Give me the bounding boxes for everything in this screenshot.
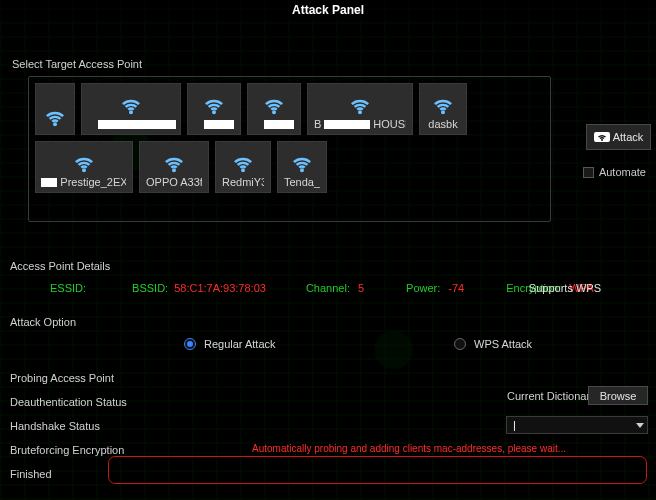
automate-label: Automate <box>599 166 646 178</box>
access-point-item[interactable]: A <box>81 83 181 135</box>
access-point-item[interactable]: A <box>187 83 241 135</box>
regular-attack-radio[interactable]: Regular Attack <box>184 338 276 350</box>
handshake-label: Handshake Status <box>10 420 127 432</box>
dropdown-value: | <box>513 419 516 431</box>
brute-label: Bruteforcing Encryption <box>10 444 127 456</box>
attack-button-label: Attack <box>613 131 644 143</box>
access-point-item[interactable] <box>35 83 75 135</box>
access-point-label: Tenda_ <box>284 176 320 188</box>
radio-icon <box>454 338 466 350</box>
page-title: Attack Panel <box>0 0 656 20</box>
access-point-item[interactable]: B HOUSE <box>307 83 413 135</box>
access-point-item[interactable]: dasbk <box>419 83 467 135</box>
probing-label: Probing Access Point <box>10 372 127 384</box>
access-point-item[interactable]: A <box>247 83 301 135</box>
access-point-item[interactable]: OPPO A33f <box>139 141 209 193</box>
wps-attack-label: WPS Attack <box>474 338 532 350</box>
probe-status-message: Automatically probing and adding clients… <box>252 443 566 454</box>
probe-output-box <box>108 456 647 484</box>
svg-point-9 <box>300 168 304 172</box>
checkbox-icon <box>583 167 594 178</box>
access-point-item[interactable]: RedmiY3 <box>215 141 271 193</box>
apd-row: ESSID: BSSID:58:C1:7A:93:78:03 Channel:5… <box>50 282 594 294</box>
svg-point-4 <box>358 110 362 114</box>
apd-title: Access Point Details <box>10 260 110 272</box>
svg-point-2 <box>212 110 216 114</box>
browse-button[interactable]: Browse <box>588 386 648 405</box>
access-point-label: OPPO A33f <box>146 176 202 188</box>
access-point-list: AAAB HOUSEdasbk Prestige_2EXOPPO A33fRed… <box>28 76 551 222</box>
deauth-label: Deauthentication Status <box>10 396 127 408</box>
svg-point-1 <box>129 110 133 114</box>
dictionary-dropdown[interactable]: | <box>506 416 648 434</box>
svg-point-6 <box>82 168 86 172</box>
supports-wps-label: Supports WPS <box>529 282 601 294</box>
radio-icon <box>184 338 196 350</box>
access-point-label: dasbk <box>428 118 457 130</box>
chevron-down-icon <box>636 423 644 428</box>
access-point-label: RedmiY3 <box>222 176 264 188</box>
svg-point-3 <box>272 110 276 114</box>
attack-button[interactable]: Attack <box>586 124 651 150</box>
svg-point-0 <box>53 122 57 126</box>
wifi-icon <box>594 132 610 142</box>
select-target-label: Select Target Access Point <box>12 58 142 70</box>
svg-point-5 <box>441 110 445 114</box>
svg-point-8 <box>241 168 245 172</box>
access-point-item[interactable]: Prestige_2EX <box>35 141 133 193</box>
automate-toggle[interactable]: Automate <box>583 166 646 178</box>
attack-option-title: Attack Option <box>10 316 76 328</box>
svg-point-7 <box>172 168 176 172</box>
access-point-item[interactable]: Tenda_ <box>277 141 327 193</box>
wps-attack-radio[interactable]: WPS Attack <box>454 338 532 350</box>
regular-attack-label: Regular Attack <box>204 338 276 350</box>
